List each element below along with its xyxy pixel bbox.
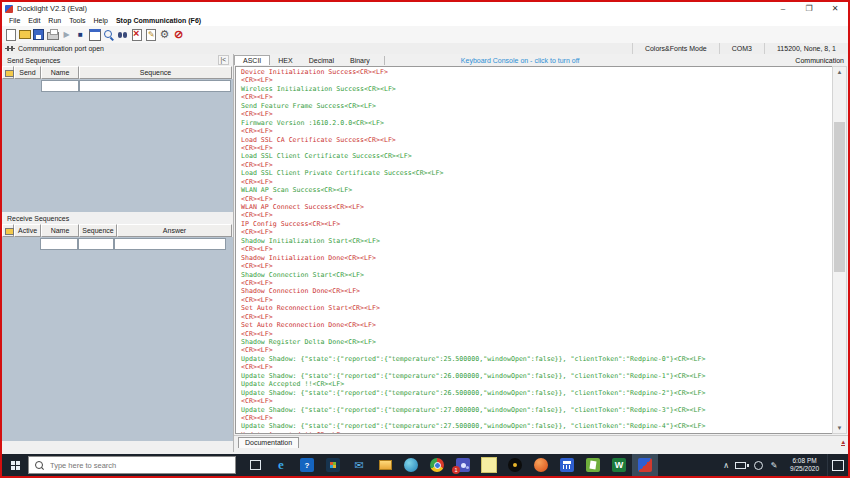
comm-off-icon[interactable] [172,28,185,41]
properties-icon[interactable] [88,28,101,41]
search-icon [35,461,43,469]
log-line: Load SSL Client Certificate Success<CR><… [241,152,833,160]
taskbar-task-view-button[interactable] [242,454,268,476]
log-line: Update Accepted !!<CR><LF> [241,431,833,434]
network-icon[interactable] [750,454,766,476]
open-folder-icon[interactable] [18,28,31,41]
tab-hex[interactable]: HEX [270,56,300,65]
menu-file[interactable]: File [5,17,24,24]
docklight-icon [638,458,652,472]
tab-binary[interactable]: Binary [342,56,378,65]
taskbar-chrome-button[interactable] [424,454,450,476]
save-icon[interactable] [32,28,45,41]
taskbar-ball-button[interactable] [528,454,554,476]
taskbar-clock[interactable]: 6:08 PM 9/25/2020 [782,457,827,473]
log-line: <CR><LF> [241,93,833,101]
send-sequences-list-area[interactable] [2,93,233,212]
communication-log[interactable]: Device Initialization Success<CR><LF><CR… [235,66,834,434]
receive-col-answer[interactable]: Answer [117,224,232,237]
gear-icon[interactable] [158,28,171,41]
receive-folder-icon [2,224,14,237]
minimize-button[interactable]: – [770,2,796,15]
stop-icon[interactable] [74,28,87,41]
title-bar: Docklight V2.3 (Eval) – ❐ ✕ [2,2,848,16]
taskbar-teams-button[interactable] [450,454,476,476]
maximize-button[interactable]: ❐ [796,2,822,15]
taskbar-globe-button[interactable] [398,454,424,476]
taskbar-mail-button[interactable] [346,454,372,476]
send-col-sequence[interactable]: Sequence [79,66,232,79]
taskbar-npp-button[interactable] [580,454,606,476]
receive-sequence-input[interactable] [78,238,114,250]
send-col-send[interactable]: Send [14,66,41,79]
teams-icon [456,458,470,472]
menu-tools[interactable]: Tools [65,17,89,24]
pen-icon[interactable] [766,454,782,476]
scroll-down-icon[interactable]: ▼ [833,423,846,433]
taskbar-edge-button[interactable] [268,454,294,476]
window-title: Docklight V2.3 (Eval) [17,4,87,13]
plug-icon [5,46,15,51]
receive-sequences-list-area[interactable] [2,251,233,441]
chevron-up-icon[interactable] [718,454,734,476]
taskbar-wapp-button[interactable] [606,454,632,476]
print-icon[interactable] [46,28,59,41]
receive-col-name[interactable]: Name [41,224,79,237]
send-sequences-title: Send Sequences [7,57,60,64]
log-line: <CR><LF> [241,313,833,321]
tab-documentation[interactable]: Documentation [238,437,299,448]
receive-col-active[interactable]: Active [14,224,41,237]
menu-stop-communication[interactable]: Stop Communication (F6) [112,17,205,24]
clear-x-icon[interactable] [130,28,143,41]
play-icon[interactable] [60,28,73,41]
keyboard-console-link[interactable]: Keyboard Console on - click to turn off [461,57,580,64]
log-line: <CR><LF> [241,363,833,371]
taskbar-search[interactable] [28,456,236,474]
log-tab-row: ASCIIHEXDecimalBinary Keyboard Console o… [234,54,848,66]
sequences-panel: Send Sequences |< SendNameSequence Recei… [2,54,234,452]
taskbar-docklight-button[interactable] [632,454,658,476]
taskbar-lens-button[interactable] [502,454,528,476]
send-col-name[interactable]: Name [41,66,79,79]
tab-decimal[interactable]: Decimal [301,56,342,65]
ball-icon [534,458,548,472]
log-line: <CR><LF> [241,211,833,219]
scrollbar-thumb[interactable] [834,122,845,272]
taskbar-explorer-button[interactable] [372,454,398,476]
edit-notepad-icon[interactable] [144,28,157,41]
taskbar-sticky-button[interactable] [476,454,502,476]
taskbar-store-button[interactable] [320,454,346,476]
documentation-collapse-icon[interactable]: ▴ [841,438,845,446]
menu-bar: FileEditRunToolsHelpStop Communication (… [2,15,848,26]
send-sequences-header: Send Sequences |< [2,54,233,66]
scroll-up-icon[interactable]: ▲ [833,67,846,77]
tab-ascii[interactable]: ASCII [234,55,270,65]
collapse-panel-button[interactable]: |< [218,55,229,65]
menu-edit[interactable]: Edit [24,17,44,24]
taskbar-calc-button[interactable] [554,454,580,476]
clear-x-page [132,29,142,41]
start-button[interactable] [2,454,28,476]
taskbar-icons [242,454,658,476]
new-file-icon[interactable] [4,28,17,41]
log-line: <CR><LF> [241,127,833,135]
receive-name-input[interactable] [40,238,78,250]
menu-help[interactable]: Help [90,17,112,24]
receive-answer-input[interactable] [114,238,226,250]
log-line: Shadow Register Delta Done<CR><LF> [241,338,833,346]
log-line: Load SSL CA Certificate Success<CR><LF> [241,136,833,144]
log-scrollbar[interactable]: ▲ ▼ [832,66,847,434]
action-center-icon[interactable] [827,454,848,476]
send-name-input[interactable] [41,80,79,92]
battery-icon[interactable] [734,454,750,476]
close-button[interactable]: ✕ [822,2,848,15]
menu-run[interactable]: Run [44,17,65,24]
binoculars-icon[interactable] [116,28,129,41]
search-input[interactable] [48,460,202,471]
taskbar-link-button[interactable] [294,454,320,476]
log-line: <CR><LF> [241,195,833,203]
receive-col-sequence[interactable]: Sequence [79,224,117,237]
communication-panel: ASCIIHEXDecimalBinary Keyboard Console o… [234,54,848,452]
zoom-icon[interactable] [102,28,115,41]
send-sequence-input[interactable] [79,80,231,92]
